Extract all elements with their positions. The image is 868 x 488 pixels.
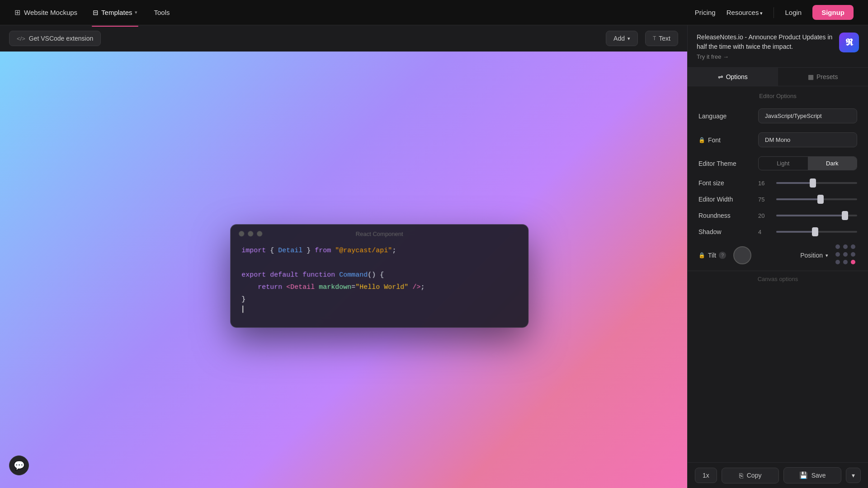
cursor bbox=[242, 305, 243, 313]
roundness-track bbox=[776, 215, 857, 216]
tilt-info-icon[interactable]: ? bbox=[719, 252, 726, 259]
nav-logo[interactable]: ⊞ Website Mockups bbox=[14, 8, 77, 17]
shadow-value: 4 bbox=[758, 229, 771, 235]
nav-pricing[interactable]: Pricing bbox=[695, 9, 716, 16]
lock-icon: 🔒 bbox=[698, 137, 705, 143]
editor-width-label: Editor Width bbox=[698, 196, 753, 203]
nav-tools-label: Tools bbox=[154, 9, 170, 16]
copy-button[interactable]: ⎘ Copy bbox=[722, 468, 779, 483]
traffic-light-yellow bbox=[248, 231, 253, 236]
theme-light-button[interactable]: Light bbox=[759, 157, 808, 170]
code-line-3: export default function Command () { bbox=[241, 269, 517, 281]
right-panel: ReleaseNotes.io - Announce Product Updat… bbox=[687, 25, 868, 488]
font-row: 🔒 Font DM Mono bbox=[688, 128, 868, 152]
vscode-label: Get VSCode extension bbox=[29, 35, 93, 42]
pos-dot-6[interactable] bbox=[851, 252, 855, 257]
vscode-button[interactable]: </> Get VSCode extension bbox=[9, 31, 101, 46]
save-button[interactable]: 💾 Save bbox=[783, 467, 841, 483]
traffic-light-red bbox=[239, 231, 244, 236]
add-chevron-icon: ▾ bbox=[627, 36, 630, 42]
shadow-row: Shadow 4 bbox=[688, 224, 868, 240]
options-panel: Editor Options Language JavaScript/TypeS… bbox=[688, 86, 868, 462]
font-size-thumb[interactable] bbox=[810, 178, 816, 188]
position-chevron-icon: ▾ bbox=[826, 253, 828, 258]
pos-dot-2[interactable] bbox=[843, 244, 848, 249]
presets-icon: ▦ bbox=[808, 73, 814, 80]
roundness-fill bbox=[776, 215, 845, 216]
nav-templates-label: Templates bbox=[101, 9, 132, 16]
navbar: ⊞ Website Mockups ⊟ Templates ▾ Tools Pr… bbox=[0, 0, 868, 25]
traffic-lights bbox=[239, 231, 262, 236]
code-line-6 bbox=[241, 305, 517, 313]
code-line-4: return <Detail markdown = "Hello World" … bbox=[241, 281, 517, 293]
editor-width-thumb[interactable] bbox=[817, 195, 824, 204]
roundness-thumb[interactable] bbox=[842, 211, 848, 220]
more-button[interactable]: ▾ bbox=[846, 468, 861, 483]
text-label: Text bbox=[659, 35, 670, 42]
font-label: 🔒 Font bbox=[698, 136, 753, 144]
font-size-row: Font size 16 bbox=[688, 175, 868, 191]
signup-button[interactable]: Signup bbox=[812, 5, 854, 20]
toolbar: </> Get VSCode extension Add ▾ T Text bbox=[0, 25, 687, 52]
zoom-button[interactable]: 1x bbox=[695, 468, 717, 483]
nav-logo-label: Website Mockups bbox=[24, 9, 77, 16]
copy-icon: ⎘ bbox=[739, 472, 743, 479]
panel-tabs: ⇌ Options ▦ Presets bbox=[688, 68, 868, 86]
code-icon: </> bbox=[17, 35, 25, 42]
nav-templates[interactable]: ⊟ Templates ▾ bbox=[92, 7, 138, 19]
pos-dot-5[interactable] bbox=[843, 252, 848, 257]
roundness-value: 20 bbox=[758, 212, 771, 219]
pos-dot-9[interactable] bbox=[851, 260, 855, 264]
pos-dot-8[interactable] bbox=[843, 260, 848, 264]
pos-dot-1[interactable] bbox=[835, 244, 840, 249]
tilt-lock-icon: 🔒 bbox=[698, 252, 705, 258]
theme-toggle: Light Dark bbox=[758, 156, 857, 170]
tilt-label: 🔒 Tilt ? bbox=[698, 252, 726, 259]
tab-presets[interactable]: ▦ Presets bbox=[778, 68, 868, 86]
tab-options[interactable]: ⇌ Options bbox=[688, 68, 778, 86]
language-select[interactable]: JavaScript/TypeScript bbox=[758, 108, 857, 123]
add-button[interactable]: Add ▾ bbox=[606, 31, 638, 46]
chat-icon[interactable]: 💬 bbox=[9, 455, 29, 475]
theme-dark-button[interactable]: Dark bbox=[808, 157, 857, 170]
shadow-label: Shadow bbox=[698, 228, 753, 235]
canvas[interactable]: React Component import { Detail } from "… bbox=[0, 52, 687, 488]
shadow-fill bbox=[776, 231, 815, 233]
code-line-2 bbox=[241, 257, 517, 269]
shadow-track bbox=[776, 231, 857, 233]
login-button[interactable]: Login bbox=[785, 9, 802, 16]
font-select[interactable]: DM Mono bbox=[758, 132, 857, 147]
text-button[interactable]: T Text bbox=[645, 31, 678, 46]
pos-dot-3[interactable] bbox=[851, 244, 855, 249]
tab-options-label: Options bbox=[726, 73, 748, 80]
editor-theme-label: Editor Theme bbox=[698, 160, 753, 167]
ad-text: ReleaseNotes.io - Announce Product Updat… bbox=[697, 33, 834, 60]
roundness-label: Roundness bbox=[698, 212, 753, 219]
nav-resources[interactable]: Resources bbox=[726, 9, 763, 16]
nav-tools[interactable]: Tools bbox=[153, 7, 170, 18]
mockups-icon: ⊞ bbox=[14, 8, 20, 17]
templates-icon: ⊟ bbox=[93, 9, 99, 17]
editor-width-fill bbox=[776, 198, 821, 200]
kw-import: import bbox=[241, 244, 266, 257]
code-window-title: React Component bbox=[356, 230, 403, 237]
font-size-value: 16 bbox=[758, 180, 771, 187]
traffic-light-green bbox=[257, 231, 262, 236]
font-size-label: Font size bbox=[698, 179, 753, 187]
pos-dot-7[interactable] bbox=[835, 260, 840, 264]
code-body: import { Detail } from "@raycast/api" ; … bbox=[231, 243, 528, 327]
language-row: Language JavaScript/TypeScript bbox=[688, 104, 868, 128]
pos-dot-4[interactable] bbox=[835, 252, 840, 257]
tilt-toggle[interactable] bbox=[733, 246, 751, 264]
position-button[interactable]: Position ▾ bbox=[800, 252, 828, 259]
text-icon: T bbox=[653, 35, 656, 42]
canvas-area: </> Get VSCode extension Add ▾ T Text bbox=[0, 25, 687, 488]
roundness-row: Roundness 20 bbox=[688, 207, 868, 224]
ad-link[interactable]: Try it free → bbox=[697, 53, 834, 60]
shadow-thumb[interactable] bbox=[812, 227, 818, 236]
font-size-fill bbox=[776, 182, 813, 184]
ad-icon[interactable]: 𝕽 bbox=[839, 33, 859, 52]
bottom-toolbar: 1x ⎘ Copy 💾 Save ▾ bbox=[688, 462, 868, 488]
main-layout: </> Get VSCode extension Add ▾ T Text bbox=[0, 25, 868, 488]
editor-width-row: Editor Width 75 bbox=[688, 191, 868, 207]
